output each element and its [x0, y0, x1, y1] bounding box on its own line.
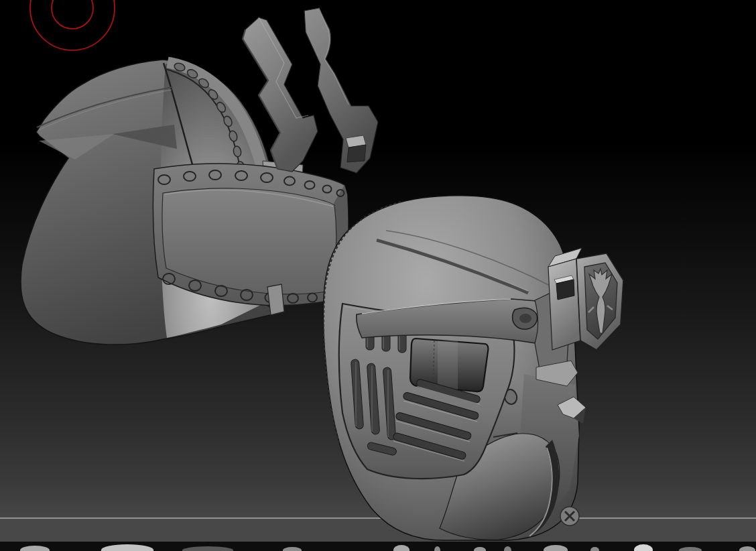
tray-thumbnail[interactable]: [739, 546, 755, 551]
sculpt-canvas[interactable]: [0, 0, 756, 551]
viewport-3d: [0, 0, 756, 551]
visor-teardrop-inner: [519, 314, 531, 323]
tray-thumbnail[interactable]: [283, 547, 302, 551]
brush-cursor-outer-ring: [30, 0, 115, 50]
tray-thumbnail[interactable]: [434, 546, 440, 551]
tray-thumbnail[interactable]: [393, 545, 410, 551]
tray-thumbnail[interactable]: [679, 547, 702, 551]
rim-bottom-tab: [267, 284, 284, 315]
model-crest-strip-right[interactable]: [304, 8, 378, 173]
tray-thumbnail[interactable]: [504, 546, 511, 551]
crest-right-tab-front: [347, 145, 366, 162]
model-helmet-shell[interactable]: [21, 60, 348, 345]
tray-thumbnail[interactable]: [474, 547, 486, 551]
badge-front-face: [548, 259, 580, 350]
crest-right-body: [304, 8, 378, 173]
rear-vent-knob: [560, 507, 579, 526]
tray-thumbnail[interactable]: [634, 544, 653, 551]
tray-thumbnail[interactable]: [590, 547, 599, 551]
thumbnail-tray: [0, 542, 756, 551]
model-assembled-helmet[interactable]: [323, 196, 623, 540]
tray-thumbnail[interactable]: [20, 546, 50, 551]
brush-cursor-inner-ring: [52, 0, 93, 29]
eye-interior-light: [438, 341, 458, 390]
brush-cursor: [30, 0, 115, 50]
hex-badge: [548, 248, 623, 350]
tray-thumbnail[interactable]: [544, 545, 568, 551]
tray-thumbnail[interactable]: [101, 544, 153, 551]
tray-thumbnail[interactable]: [182, 546, 233, 551]
